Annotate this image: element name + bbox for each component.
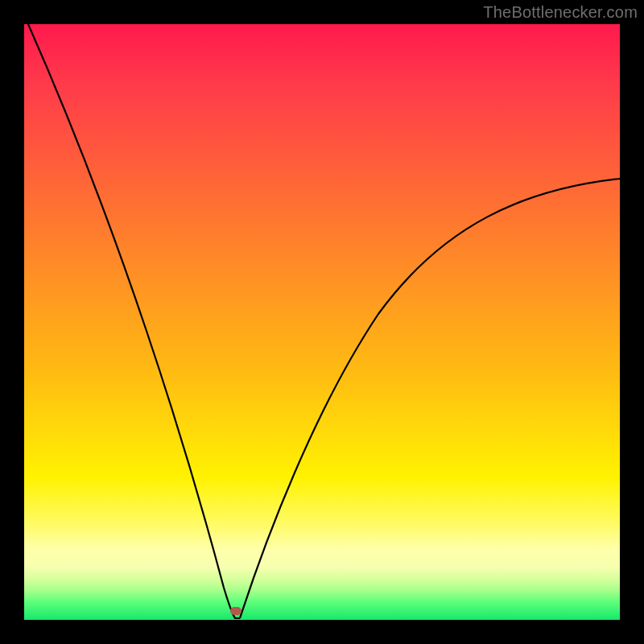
chart-frame: TheBottlenecker.com bbox=[0, 0, 644, 644]
watermark-text: TheBottlenecker.com bbox=[483, 3, 638, 22]
plot-area bbox=[24, 24, 620, 620]
curve-right-branch bbox=[240, 179, 620, 618]
curve-left-branch bbox=[28, 24, 240, 618]
trough-marker bbox=[230, 607, 242, 615]
bottleneck-curve bbox=[24, 24, 620, 620]
